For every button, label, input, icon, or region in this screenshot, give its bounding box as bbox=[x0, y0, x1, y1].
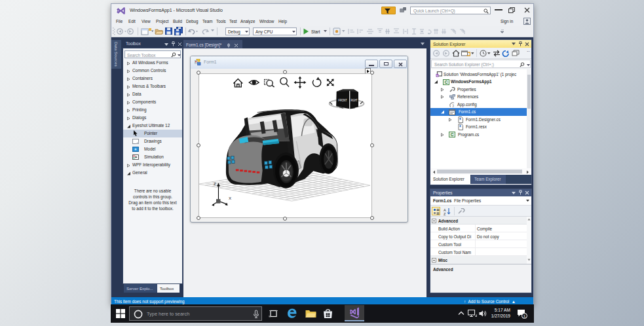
svg-text:X: X bbox=[229, 196, 231, 200]
svg-text:C: C bbox=[451, 132, 454, 137]
svg-text:}: } bbox=[453, 103, 454, 107]
svg-text:RIGHT: RIGHT bbox=[351, 99, 358, 102]
svg-text:Z: Z bbox=[444, 212, 446, 216]
svg-text:C: C bbox=[445, 80, 448, 84]
svg-text:Z: Z bbox=[214, 181, 216, 186]
svg-text:FRONT: FRONT bbox=[339, 99, 347, 102]
